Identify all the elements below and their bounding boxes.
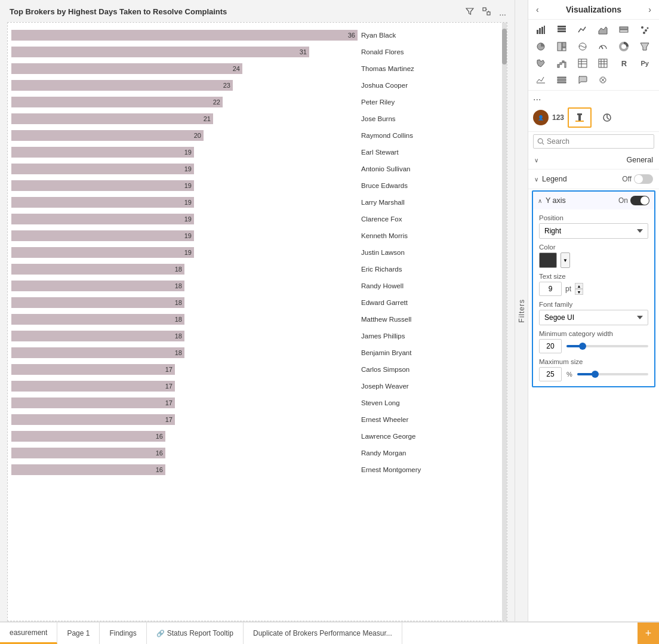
bar-row: 19 Antonio Sullivan: [11, 161, 503, 177]
viz-icon-r-visual[interactable]: R: [615, 56, 633, 71]
bar-label: James Phillips: [361, 332, 405, 340]
filters-tab[interactable]: Filters: [515, 0, 528, 621]
search-input[interactable]: [547, 137, 650, 146]
viz-icon-funnel[interactable]: [636, 39, 654, 54]
max-size-label: Maximum size: [539, 358, 648, 365]
position-dropdown[interactable]: Right Left: [539, 223, 648, 239]
tab-duplicate-label: Duplicate of Brokers Performance Measur.…: [253, 629, 392, 637]
viz-icon-stacked-bar[interactable]: [615, 22, 633, 38]
max-size-input[interactable]: [539, 367, 562, 381]
general-section-header[interactable]: ∨ General: [528, 151, 659, 169]
tab-findings[interactable]: Findings: [100, 623, 146, 644]
text-size-down[interactable]: ▼: [575, 289, 583, 295]
bar-track: 36: [11, 30, 358, 41]
chart-scrollbar[interactable]: [502, 23, 507, 621]
more-options-icon[interactable]: ...: [497, 6, 509, 19]
format-row: 👤 123: [528, 104, 659, 132]
bar-track: 19: [11, 180, 358, 191]
panel-back-button[interactable]: ‹: [533, 4, 542, 16]
text-size-input[interactable]: [539, 282, 562, 296]
viz-icon-slicer[interactable]: [553, 72, 571, 88]
viz-icon-py[interactable]: Py: [636, 56, 654, 71]
color-dropdown-button[interactable]: ▼: [561, 252, 570, 268]
viz-icon-qna[interactable]: [574, 72, 592, 88]
general-section: ∨ General: [528, 151, 659, 170]
bar-track: 19: [11, 247, 358, 258]
viz-icon-treemap[interactable]: [553, 39, 571, 54]
panel-scroll[interactable]: ∨ General ∨ Legend Off: [528, 151, 659, 621]
viz-icon-area[interactable]: [594, 22, 612, 38]
bar-row: 24 Thomas Martinez: [11, 61, 503, 76]
analytics-icon-button[interactable]: [595, 107, 619, 128]
y-axis-header[interactable]: ∧ Y axis On: [533, 192, 654, 209]
format-paint-button[interactable]: [568, 107, 592, 128]
bar-value: 16: [156, 449, 163, 457]
svg-point-48: [538, 138, 543, 143]
font-family-label: Font family: [539, 301, 648, 308]
filter-icon[interactable]: [463, 6, 476, 19]
viz-icon-table[interactable]: [574, 56, 592, 71]
link-icon: 🔗: [156, 630, 165, 637]
viz-icon-waterfall[interactable]: [553, 56, 571, 71]
bar-track: 18: [11, 347, 358, 358]
tab-findings-label: Findings: [109, 629, 136, 637]
viz-icon-custom[interactable]: [594, 72, 612, 88]
viz-icon-filled-map[interactable]: [532, 56, 550, 71]
text-size-up[interactable]: ▲: [575, 283, 583, 289]
viz-icon-bar[interactable]: [532, 22, 550, 38]
y-axis-toggle[interactable]: On: [618, 196, 649, 205]
svg-point-15: [645, 29, 647, 32]
svg-rect-21: [562, 48, 566, 51]
tab-duplicate[interactable]: Duplicate of Brokers Performance Measur.…: [244, 623, 402, 644]
bar-fill: 17: [11, 398, 175, 408]
y-axis-toggle-track[interactable]: [630, 196, 649, 205]
bar-value: 19: [184, 215, 192, 223]
y-axis-state-label: On: [618, 196, 628, 205]
bar-value: 18: [175, 332, 182, 340]
min-category-width-slider[interactable]: [566, 345, 648, 347]
svg-rect-34: [599, 59, 607, 67]
max-size-slider[interactable]: [577, 373, 648, 375]
bar-value: 20: [194, 132, 201, 139]
tab-page1[interactable]: Page 1: [57, 623, 100, 644]
color-swatch[interactable]: [539, 252, 557, 268]
bar-row: 18 James Phillips: [11, 328, 503, 344]
more-viz-options[interactable]: ...: [528, 91, 659, 104]
tab-status-report[interactable]: 🔗 Status Report Tooltip: [147, 623, 244, 644]
bar-row: 17 Carlos Simpson: [11, 362, 503, 377]
bar-label: Matthew Russell: [361, 316, 411, 323]
font-family-dropdown[interactable]: Segoe UI Arial Calibri: [539, 310, 648, 325]
bar-value: 17: [165, 416, 173, 423]
bar-label: Carlos Simpson: [361, 366, 409, 373]
viz-icon-map[interactable]: [574, 39, 592, 54]
svg-point-14: [641, 26, 643, 29]
viz-icon-kpi[interactable]: [532, 72, 550, 88]
bar-label: Bruce Edwards: [361, 182, 408, 189]
search-box[interactable]: [533, 134, 654, 149]
viz-icon-matrix[interactable]: [594, 56, 612, 71]
legend-toggle[interactable]: Off: [622, 174, 653, 184]
panel-forward-button[interactable]: ›: [645, 4, 654, 16]
viz-icon-gauge[interactable]: [594, 39, 612, 54]
legend-toggle-track[interactable]: [634, 174, 653, 184]
visualizations-panel: ‹ Visualizations ›: [528, 0, 659, 621]
add-tab-button[interactable]: +: [638, 623, 659, 644]
viz-icon-column[interactable]: [553, 22, 571, 38]
min-category-width-input[interactable]: [539, 339, 562, 353]
svg-rect-46: [577, 113, 582, 115]
legend-section-header[interactable]: ∨ Legend Off: [528, 170, 659, 189]
bar-label: Earl Stewart: [361, 149, 399, 156]
viz-icon-pie[interactable]: [532, 39, 550, 54]
bar-track: 19: [11, 197, 358, 208]
bar-label: Larry Marshall: [361, 199, 405, 206]
position-label: Position: [539, 214, 648, 221]
bar-track: 22: [11, 97, 358, 107]
bar-value: 16: [156, 433, 163, 440]
viz-icon-line[interactable]: [574, 22, 592, 38]
tab-measurement[interactable]: easurement: [0, 623, 57, 644]
y-axis-label: Y axis: [546, 196, 566, 205]
focus-icon[interactable]: [480, 6, 493, 19]
viz-icon-donut[interactable]: [615, 39, 633, 54]
viz-icon-scatter[interactable]: [636, 22, 654, 38]
bar-row: 16 Lawrence George: [11, 429, 503, 444]
